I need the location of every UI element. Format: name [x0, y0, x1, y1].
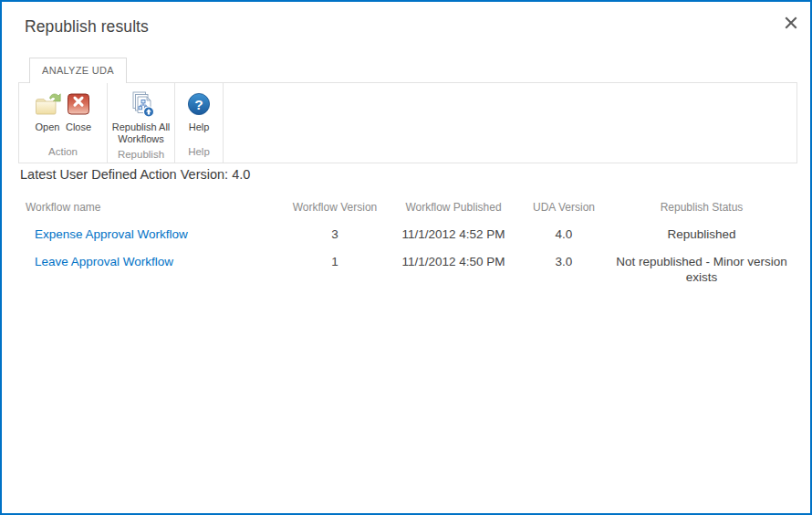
header-republish-status: Republish Status — [606, 195, 797, 223]
group-label-republish: Republish — [108, 147, 174, 165]
workflow-version-cell: 1 — [285, 250, 385, 293]
ribbon-group-help: ? Help Help — [175, 83, 224, 163]
uda-version-cell: 3.0 — [522, 250, 606, 293]
workflow-results-table: Workflow name Workflow Version Workflow … — [18, 195, 797, 293]
republish-buttons: Republish All Workflows — [108, 88, 174, 147]
workflow-name-cell: Leave Approval Workflow — [18, 250, 285, 293]
close-button[interactable]: Close — [63, 88, 94, 135]
group-label-action: Action — [19, 144, 107, 163]
republish-status-cell: Not republished - Minor version exists — [606, 250, 797, 293]
help-button-label: Help — [189, 121, 210, 133]
republish-all-workflows-button[interactable]: Republish All Workflows — [108, 88, 174, 147]
group-label-help: Help — [175, 144, 223, 163]
header-workflow-published: Workflow Published — [385, 195, 522, 223]
ribbon-group-action: Open — [19, 83, 108, 163]
workflow-link-expense-approval[interactable]: Expense Approval Workflow — [35, 227, 188, 241]
table-row: Expense Approval Workflow 3 11/1/2012 4:… — [18, 223, 797, 250]
close-button-label: Close — [66, 121, 91, 133]
latest-uda-version-text: Latest User Defined Action Version: 4.0 — [20, 167, 250, 182]
republish-all-workflows-icon — [127, 89, 156, 119]
help-buttons: ? Help — [175, 88, 223, 144]
action-buttons: Open — [19, 88, 107, 144]
dialog-title: Republish results — [25, 17, 149, 37]
dialog-close-button[interactable] — [782, 14, 800, 32]
ribbon-panel: Open — [18, 82, 797, 163]
help-button[interactable]: ? Help — [183, 88, 214, 135]
header-workflow-name: Workflow name — [18, 195, 285, 223]
ribbon-empty-space — [224, 83, 796, 163]
close-red-x-icon — [64, 89, 93, 119]
workflow-name-cell: Expense Approval Workflow — [18, 223, 285, 250]
ribbon-group-republish: Republish All Workflows Republish — [108, 83, 175, 163]
workflow-link-leave-approval[interactable]: Leave Approval Workflow — [35, 255, 173, 268]
republish-all-workflows-label: Republish All Workflows — [109, 121, 173, 145]
help-question-icon: ? — [184, 89, 213, 119]
table-row: Leave Approval Workflow 1 11/1/2012 4:50… — [18, 250, 797, 293]
table-header-row: Workflow name Workflow Version Workflow … — [18, 195, 797, 223]
x-close-icon — [785, 16, 797, 29]
open-folder-icon — [33, 89, 62, 119]
republish-status-cell: Republished — [606, 223, 797, 250]
ribbon: ANALYZE UDA — [18, 58, 797, 163]
workflow-published-cell: 11/1/2012 4:50 PM — [385, 250, 522, 293]
republish-results-dialog: Republish results ANALYZE UDA — [0, 0, 812, 515]
uda-version-cell: 4.0 — [522, 223, 606, 250]
tab-analyze-uda[interactable]: ANALYZE UDA — [29, 58, 127, 83]
open-button[interactable]: Open — [32, 88, 63, 135]
header-uda-version: UDA Version — [522, 195, 606, 223]
header-workflow-version: Workflow Version — [285, 195, 385, 223]
svg-text:?: ? — [194, 97, 203, 112]
workflow-version-cell: 3 — [285, 223, 385, 250]
open-button-label: Open — [36, 121, 60, 133]
workflow-published-cell: 11/1/2012 4:52 PM — [385, 223, 522, 250]
